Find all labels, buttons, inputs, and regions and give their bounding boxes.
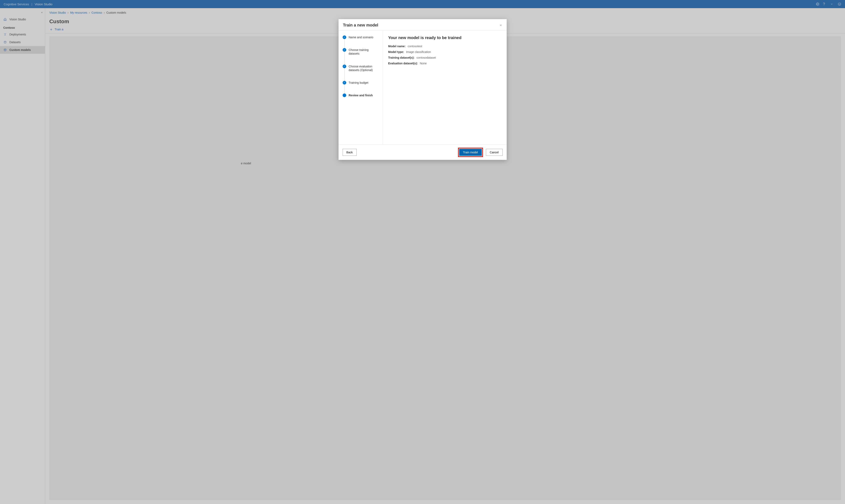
summary-key: Model name: [388,44,406,48]
step-training-budget[interactable]: ✓ Training budget [343,81,380,93]
step-current-icon [343,93,346,97]
summary-model-type: Model type: Image classification [388,50,501,54]
dialog-heading: Your new model is ready to be trained [388,35,501,40]
summary-value: contosotest [408,44,422,48]
cancel-button[interactable]: Cancel [486,149,503,156]
dialog-header: Train a new model [339,19,507,31]
step-label: Review and finish [349,93,373,97]
step-name-scenario[interactable]: ✓ Name and scenario [343,35,380,48]
summary-key: Training dataset(s): [388,56,415,59]
step-label: Choose training datasets [349,48,380,55]
step-review-finish[interactable]: Review and finish [343,93,380,97]
summary-model-name: Model name: contosotest [388,44,501,48]
close-icon[interactable] [499,24,502,27]
dialog-title: Train a new model [343,23,378,28]
step-label: Name and scenario [349,35,373,39]
back-button[interactable]: Back [343,149,357,156]
summary-key: Evaluation dataset(s): [388,62,418,65]
dialog-body: ✓ Name and scenario ✓ Choose training da… [339,31,507,145]
step-rail: ✓ Name and scenario ✓ Choose training da… [339,31,383,145]
step-complete-icon: ✓ [343,35,346,39]
summary-value: contosodataset [417,56,436,59]
train-model-button[interactable]: Train model [459,149,482,156]
step-complete-icon: ✓ [343,65,346,68]
modal-overlay: Train a new model ✓ Name and scenario ✓ … [0,0,845,504]
step-complete-icon: ✓ [343,48,346,52]
summary-value: Image classification [406,50,431,54]
summary-value: None [420,62,427,65]
summary-training-datasets: Training dataset(s): contosodataset [388,56,501,59]
dialog-footer: Back Train model Cancel [339,145,507,160]
step-label: Training budget [349,81,368,85]
train-model-dialog: Train a new model ✓ Name and scenario ✓ … [339,19,507,160]
step-training-datasets[interactable]: ✓ Choose training datasets [343,48,380,64]
dialog-main: Your new model is ready to be trained Mo… [383,31,507,145]
summary-evaluation-datasets: Evaluation dataset(s): None [388,62,501,65]
step-evaluation-datasets[interactable]: ✓ Choose evaluation datasets (Optional) [343,65,380,81]
step-label: Choose evaluation datasets (Optional) [349,65,380,72]
summary-key: Model type: [388,50,404,54]
annotation-highlight: Train model [458,148,483,157]
step-complete-icon: ✓ [343,81,346,85]
footer-right: Train model Cancel [458,148,503,157]
